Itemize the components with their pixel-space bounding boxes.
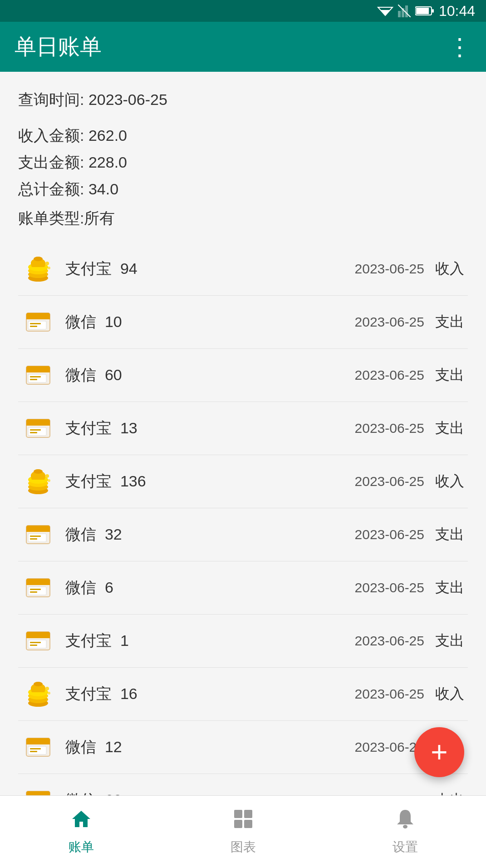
transaction-icon xyxy=(22,678,54,710)
transaction-direction: 支出 xyxy=(435,525,464,545)
svg-rect-31 xyxy=(30,379,37,380)
total-row: 总计金额: 34.0 xyxy=(18,178,468,201)
transaction-label: 支付宝 1 xyxy=(65,630,355,651)
transaction-item[interactable]: 微信 12 2023-06-25 支出 xyxy=(18,721,468,774)
add-transaction-button[interactable]: + xyxy=(414,727,464,777)
transaction-item[interactable]: 支付宝 94 2023-06-25 收入 xyxy=(18,243,468,296)
svg-rect-30 xyxy=(30,376,41,377)
svg-rect-2 xyxy=(398,11,401,17)
transaction-icon xyxy=(22,625,54,657)
transaction-item[interactable]: 微信 10 2023-06-25 支出 xyxy=(18,296,468,349)
add-icon: + xyxy=(431,738,447,767)
transaction-label: 支付宝 16 xyxy=(65,684,355,704)
transaction-direction: 支出 xyxy=(435,418,464,438)
transaction-label: 支付宝 13 xyxy=(65,418,355,439)
transaction-date: 2023-06-25 xyxy=(355,686,424,702)
svg-rect-26 xyxy=(26,371,50,372)
svg-point-15 xyxy=(48,267,50,269)
svg-rect-57 xyxy=(26,583,50,585)
transaction-label: 支付宝 136 xyxy=(65,471,355,492)
transaction-item[interactable]: 支付宝 136 2023-06-25 收入 xyxy=(18,455,468,508)
transaction-direction: 支出 xyxy=(435,365,464,385)
query-label: 查询时间: xyxy=(18,91,84,108)
svg-rect-65 xyxy=(26,636,50,638)
total-value: 34.0 xyxy=(88,180,118,198)
income-value: 262.0 xyxy=(88,127,127,144)
transaction-date: 2023-06-25 xyxy=(355,474,424,489)
svg-rect-23 xyxy=(30,326,37,327)
transaction-direction: 收入 xyxy=(435,471,464,491)
svg-rect-52 xyxy=(28,534,46,542)
transaction-list: 支付宝 94 2023-06-25 收入 微信 10 2023-06-25 支出 xyxy=(18,243,468,868)
battery-icon xyxy=(415,6,434,16)
svg-rect-69 xyxy=(30,642,41,643)
nav-item-charts[interactable]: 图表 xyxy=(162,808,324,856)
svg-point-75 xyxy=(34,682,43,686)
svg-rect-137 xyxy=(244,820,252,828)
transaction-direction: 支出 xyxy=(435,312,464,332)
transaction-direction: 收入 xyxy=(435,684,464,704)
svg-rect-85 xyxy=(30,751,37,752)
svg-marker-0 xyxy=(381,10,390,15)
alipay-icon xyxy=(24,467,53,496)
transaction-icon xyxy=(22,359,54,392)
svg-rect-84 xyxy=(30,748,41,749)
transaction-icon xyxy=(22,306,54,338)
wechat-icon xyxy=(25,521,52,548)
svg-point-13 xyxy=(34,257,43,261)
income-row: 收入金额: 262.0 xyxy=(18,124,468,147)
signal-icon xyxy=(398,5,411,17)
svg-rect-62 xyxy=(30,591,37,593)
transaction-date: 2023-06-25 xyxy=(355,739,424,755)
home-icon xyxy=(70,808,92,835)
chart-icon xyxy=(232,808,254,835)
wifi-icon xyxy=(377,5,393,17)
summary-section: 查询时间: 2023-06-25 收入金额: 262.0 支出金额: 228.0… xyxy=(18,88,468,229)
svg-rect-21 xyxy=(28,321,46,329)
transaction-item[interactable]: 微信 60 2023-06-25 支出 xyxy=(18,349,468,402)
svg-rect-136 xyxy=(234,820,242,828)
transaction-date: 2023-06-25 xyxy=(355,580,424,595)
nav-item-bills[interactable]: 账单 xyxy=(0,808,162,856)
wechat-icon xyxy=(25,415,52,442)
svg-rect-7 xyxy=(416,8,429,14)
svg-point-138 xyxy=(403,825,407,828)
transaction-label: 微信 12 xyxy=(65,737,355,758)
transaction-label: 微信 32 xyxy=(65,524,355,545)
transaction-label: 支付宝 94 xyxy=(65,258,355,279)
nav-item-settings[interactable]: 设置 xyxy=(324,808,486,856)
svg-rect-61 xyxy=(30,589,41,590)
svg-point-76 xyxy=(45,687,49,690)
more-menu-button[interactable]: ⋮ xyxy=(448,35,471,59)
svg-rect-39 xyxy=(30,432,37,433)
transaction-icon xyxy=(22,571,54,604)
expense-value: 228.0 xyxy=(88,154,127,171)
transaction-direction: 支出 xyxy=(435,578,464,598)
transaction-direction: 支出 xyxy=(435,631,464,651)
svg-rect-83 xyxy=(28,746,46,754)
svg-rect-80 xyxy=(26,743,50,744)
income-label: 收入金额: xyxy=(18,127,84,144)
svg-rect-49 xyxy=(26,530,50,532)
svg-rect-18 xyxy=(26,317,50,319)
total-label: 总计金额: xyxy=(18,180,84,198)
transaction-item[interactable]: 微信 6 2023-06-25 支出 xyxy=(18,561,468,615)
svg-rect-134 xyxy=(234,810,242,818)
transaction-icon xyxy=(22,465,54,498)
main-content: 查询时间: 2023-06-25 收入金额: 262.0 支出金额: 228.0… xyxy=(0,72,486,868)
svg-point-44 xyxy=(34,469,43,474)
app-bar: 单日账单 ⋮ xyxy=(0,22,486,72)
nav-settings-label: 设置 xyxy=(393,838,418,856)
wechat-icon xyxy=(25,574,52,601)
transaction-item[interactable]: 微信 32 2023-06-25 支出 xyxy=(18,508,468,561)
svg-rect-22 xyxy=(30,323,41,324)
svg-point-77 xyxy=(48,692,50,694)
transaction-item[interactable]: 支付宝 13 2023-06-25 支出 xyxy=(18,402,468,455)
transaction-item[interactable]: 支付宝 1 2023-06-25 支出 xyxy=(18,615,468,668)
wechat-icon xyxy=(25,362,52,389)
transaction-item[interactable]: 支付宝 16 2023-06-25 收入 xyxy=(18,668,468,721)
svg-rect-60 xyxy=(28,587,46,595)
transaction-icon xyxy=(22,518,54,551)
svg-rect-54 xyxy=(30,538,37,540)
wechat-icon xyxy=(25,734,52,761)
